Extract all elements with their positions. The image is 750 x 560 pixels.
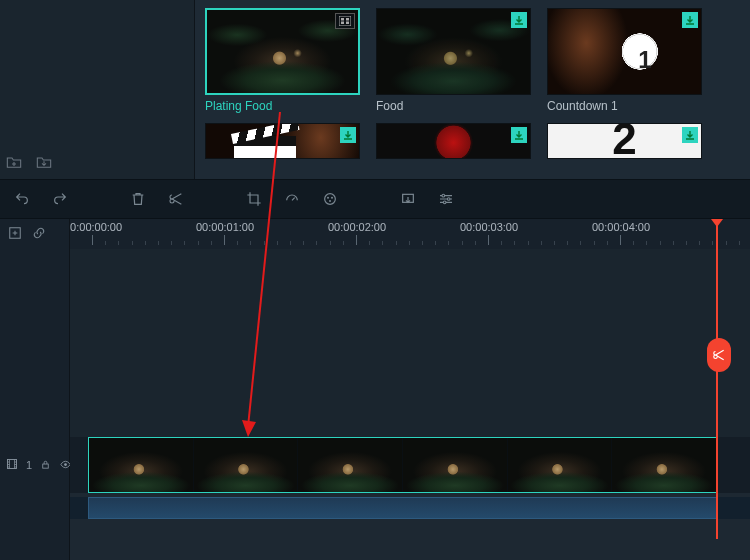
settings-icon[interactable] (438, 191, 454, 207)
track-id: 1 (26, 459, 32, 471)
media-library: Plating Food Food Countdown 1 (0, 0, 750, 179)
video-track[interactable]: Plating_Food (70, 437, 750, 493)
svg-point-16 (64, 463, 67, 466)
track-headers: 1 (0, 249, 70, 560)
time-ruler[interactable]: 00:00:00:0000:00:01:0000:00:02:0000:00:0… (70, 219, 750, 249)
film-icon (6, 458, 18, 472)
svg-point-5 (325, 194, 336, 205)
audio-clip[interactable] (88, 497, 718, 519)
media-thumb-red-dial[interactable] (376, 123, 531, 159)
empty-tracks-zone (70, 249, 750, 437)
svg-point-7 (331, 197, 333, 199)
media-thumb-clapper[interactable] (205, 123, 360, 159)
undo-icon[interactable] (14, 191, 30, 207)
audio-track[interactable] (70, 497, 750, 519)
media-thumb-label: Countdown 1 (547, 99, 702, 113)
export-frame-icon[interactable] (400, 191, 416, 207)
svg-point-10 (442, 194, 445, 197)
svg-point-12 (443, 201, 446, 204)
library-grid: Plating Food Food Countdown 1 (195, 0, 750, 179)
redo-icon[interactable] (52, 191, 68, 207)
library-sidebar (0, 0, 195, 179)
delete-icon[interactable] (130, 191, 146, 207)
media-thumb-white-2[interactable] (547, 123, 702, 159)
svg-point-11 (447, 198, 450, 201)
add-track-icon[interactable] (8, 226, 22, 242)
split-handle-icon[interactable] (707, 338, 731, 372)
import-folder-icon[interactable] (36, 155, 52, 171)
media-thumb-label: Plating Food (205, 99, 360, 113)
svg-rect-4 (346, 22, 349, 25)
download-icon[interactable] (682, 12, 698, 28)
svg-point-6 (327, 197, 329, 199)
timeline-clip-plating-food[interactable]: Plating_Food (88, 437, 718, 493)
crop-icon[interactable] (246, 191, 262, 207)
speed-icon[interactable] (284, 191, 300, 207)
media-thumb-label: Food (376, 99, 531, 113)
tracks-area[interactable]: Plating_Food (70, 249, 750, 560)
download-icon[interactable] (682, 127, 698, 143)
cut-icon[interactable] (168, 191, 184, 207)
ruler-label: 00:00:00:00 (70, 221, 134, 233)
svg-rect-2 (346, 18, 349, 21)
svg-rect-0 (339, 16, 351, 26)
svg-rect-1 (341, 18, 344, 21)
playhead[interactable] (716, 219, 718, 539)
color-icon[interactable] (322, 191, 338, 207)
ruler-label: 00:00:01:00 (196, 221, 266, 233)
media-thumb-countdown-1[interactable]: Countdown 1 (547, 8, 702, 113)
ruler-row: 00:00:00:0000:00:01:0000:00:02:0000:00:0… (0, 219, 750, 249)
media-thumb-plating-food[interactable]: Plating Food (205, 8, 360, 113)
ruler-label: 00:00:02:00 (328, 221, 398, 233)
ruler-label: 00:00:04:00 (592, 221, 662, 233)
timeline-toolbar (0, 179, 750, 219)
media-thumb-food[interactable]: Food (376, 8, 531, 113)
download-icon[interactable] (340, 127, 356, 143)
video-track-header[interactable]: 1 (0, 437, 69, 493)
svg-rect-15 (43, 464, 49, 468)
add-folder-icon[interactable] (6, 155, 22, 171)
svg-rect-3 (341, 22, 344, 25)
timeline: 1 Plating_Food (0, 249, 750, 560)
ruler-label: 00:00:03:00 (460, 221, 530, 233)
svg-point-8 (329, 200, 331, 202)
lock-icon[interactable] (40, 459, 51, 472)
link-icon[interactable] (32, 226, 46, 242)
clip-type-icon (335, 13, 355, 29)
download-icon[interactable] (511, 127, 527, 143)
download-icon[interactable] (511, 12, 527, 28)
